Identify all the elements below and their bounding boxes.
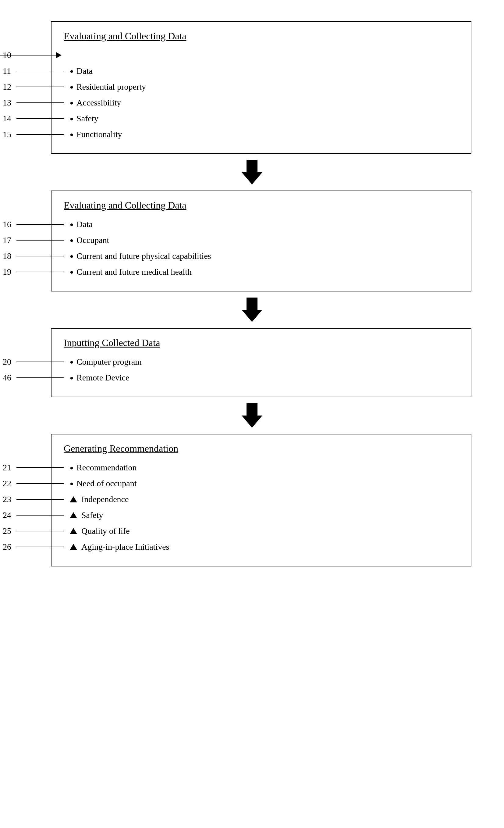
bullet-circle-icon: ● [70,115,74,122]
row-text: Current and future medical health [77,267,192,277]
table-row: 10 [64,47,459,63]
row-text: Occupant [77,235,109,245]
box-rows-box4: 21●Recommendation22●Need of occupant23In… [64,460,459,555]
box-wrapper-box4: Generating Recommendation21●Recommendati… [18,434,486,567]
line-connector [16,272,64,272]
line-number: 12 [3,82,11,92]
arrow-head [242,172,262,184]
bullet-circle-icon: ● [70,99,74,107]
line-connector [16,118,64,119]
row-content: Independence [64,495,129,504]
table-row: 19●Current and future medical health [64,264,459,280]
line-number: 13 [3,98,11,108]
row-text: Accessibility [77,98,121,108]
row-text: Data [77,219,93,229]
row-content: ●Remote Device [64,373,129,383]
box-title-box2: Evaluating and Collecting Data [64,200,459,211]
box-rows-box2: 16●Data17●Occupant18●Current and future … [64,216,459,280]
line-connector [16,377,64,378]
row-text: Independence [81,495,129,504]
bullet-circle-icon: ● [70,359,74,366]
table-row: 17●Occupant [64,232,459,248]
table-row: 16●Data [64,216,459,232]
bullet-circle-icon: ● [70,268,74,276]
arrow-down-connector [243,403,261,428]
box-box1: Evaluating and Collecting Data1011●Data1… [51,22,471,154]
row-content: Aging-in-place Initiatives [64,542,169,552]
bullet-triangle-icon [70,496,77,502]
line-number: 24 [3,510,11,520]
line-number: 46 [3,373,11,383]
bullet-circle-icon: ● [70,68,74,75]
row-text: Safety [77,114,98,123]
arrow-down-connector [243,160,261,184]
bullet-circle-icon: ● [70,84,74,90]
row-content: Safety [64,510,103,520]
row-content: ●Functionality [64,130,122,139]
table-row: 11●Data [64,63,459,79]
line-connector [0,55,58,55]
line-number: 21 [3,463,11,472]
arrow-shaft [246,403,258,416]
bullet-circle-icon: ● [70,221,74,228]
line-number: 17 [3,235,11,245]
arrow-down-connector [243,297,261,322]
row-text: Data [77,66,93,76]
row-text: Recommendation [77,463,137,472]
bullet-circle-icon: ● [70,464,74,471]
row-text: Need of occupant [77,479,137,488]
row-content: ●Recommendation [64,463,137,472]
row-content: ●Occupant [64,235,109,245]
row-content: ●Accessibility [64,98,121,108]
bullet-triangle-icon [70,512,77,518]
row-text: Safety [81,510,103,520]
line-connector [16,240,64,241]
row-text: Functionality [77,130,122,139]
row-content: ●Current and future physical capabilitie… [64,251,211,261]
bullet-circle-icon: ● [70,237,74,244]
table-row: 18●Current and future physical capabilit… [64,248,459,264]
line-number: 22 [3,479,11,488]
box-rows-box3: 20●Computer program46●Remote Device [64,354,459,386]
arrow-head [242,310,262,322]
table-row: 24Safety [64,507,459,523]
line-number: 26 [3,542,11,552]
row-content: ●Current and future medical health [64,267,192,277]
diagram-container: Evaluating and Collecting Data1011●Data1… [18,12,486,567]
row-text: Residential property [77,82,146,92]
line-connector [16,224,64,225]
row-content: ●Residential property [64,82,146,92]
table-row: 46●Remote Device [64,370,459,386]
row-text: Aging-in-place Initiatives [81,542,169,552]
box-title-box4: Generating Recommendation [64,443,459,454]
line-connector [16,256,64,256]
table-row: 25Quality of life [64,523,459,539]
bullet-triangle-icon [70,528,77,534]
row-content: Quality of life [64,526,130,536]
line-number: 25 [3,526,11,536]
line-connector [16,467,64,468]
box-wrapper-box1: Evaluating and Collecting Data1011●Data1… [18,22,486,154]
line-number: 18 [3,251,11,261]
line-connector [16,499,64,500]
line-connector [16,547,64,547]
row-content: ●Safety [64,114,98,123]
line-number: 19 [3,267,11,277]
bullet-triangle-icon [70,544,77,550]
box-rows-box1: 1011●Data12●Residential property13●Acces… [64,47,459,142]
table-row: 13●Accessibility [64,95,459,111]
row-text: Current and future physical capabilities [77,251,211,261]
line-connector [16,87,64,87]
line-number: 11 [3,66,11,76]
arrow-shaft [246,160,258,172]
row-text: Quality of life [81,526,130,536]
line-number: 23 [3,495,11,504]
row-content: ●Computer program [64,357,142,367]
table-row: 14●Safety [64,111,459,126]
line-number: 14 [3,114,11,123]
arrow-head [242,416,262,428]
box-wrapper-box3: Inputting Collected Data20●Computer prog… [18,328,486,397]
table-row: 22●Need of occupant [64,475,459,491]
row-content: ●Need of occupant [64,479,137,488]
bullet-circle-icon: ● [70,480,74,487]
